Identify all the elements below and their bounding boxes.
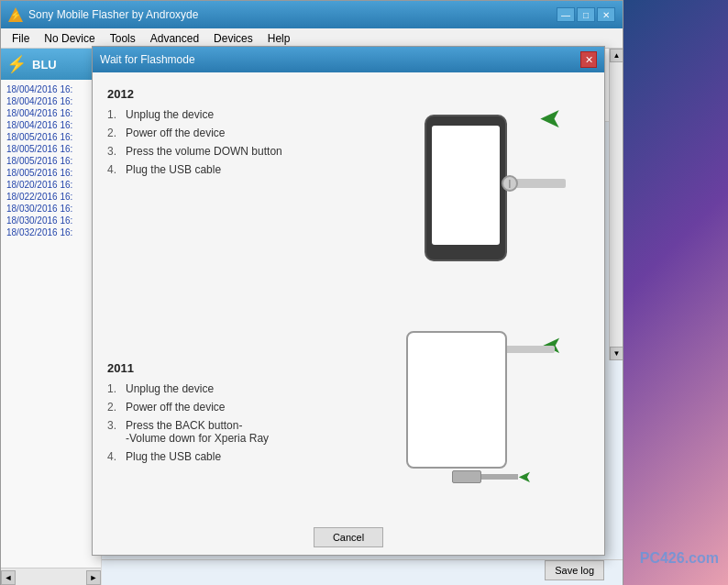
instruction-item: 4. Plug the USB cable bbox=[107, 163, 370, 176]
title-bar: ⚡ Sony Mobile Flasher by Androxyde — □ ✕ bbox=[1, 1, 623, 28]
instruction-item: 4. Plug the USB cable bbox=[107, 450, 370, 463]
log-item: 18/004/2016 16: bbox=[3, 107, 99, 119]
window-controls: — □ ✕ bbox=[557, 7, 615, 22]
arrow-icon: ➤ bbox=[539, 102, 562, 134]
scroll-right-button[interactable]: ► bbox=[86, 570, 101, 585]
device-header: ⚡ BLU bbox=[1, 49, 101, 80]
dialog-title-bar: Wait for Flashmode ✕ bbox=[93, 47, 604, 72]
left-panel: ⚡ BLU 18/004/2016 16: 18/004/2016 16: 18… bbox=[1, 49, 102, 585]
vertical-scrollbar[interactable]: ▲ ▼ bbox=[609, 49, 623, 360]
minimize-button[interactable]: — bbox=[557, 7, 575, 22]
scroll-down-button[interactable]: ▼ bbox=[610, 347, 623, 360]
instruction-item: 3. Press the volume DOWN button bbox=[107, 145, 370, 158]
save-log-button[interactable]: Save log bbox=[545, 560, 604, 580]
menu-advanced[interactable]: Advanced bbox=[143, 30, 206, 47]
menu-file[interactable]: File bbox=[5, 30, 37, 47]
instructions-2011: 1. Unplug the device 2. Power off the de… bbox=[107, 382, 370, 463]
watermark: PC426.com bbox=[640, 550, 719, 567]
app-icon: ⚡ bbox=[8, 7, 23, 22]
log-item: 18/032/2016 16: bbox=[3, 226, 99, 238]
phone-body-outline bbox=[406, 331, 507, 469]
cancel-button[interactable]: Cancel bbox=[314, 527, 383, 547]
log-item: 18/004/2016 16: bbox=[3, 83, 99, 95]
log-item: 18/005/2016 16: bbox=[3, 167, 99, 179]
horizontal-scrollbar[interactable]: ◄ ► bbox=[1, 568, 101, 585]
phone-screen bbox=[432, 126, 500, 245]
scroll-up-button[interactable]: ▲ bbox=[610, 49, 623, 62]
dialog-title: Wait for Flashmode bbox=[100, 53, 580, 66]
usb-bottom-connector: ➤ bbox=[452, 467, 532, 487]
instruction-item: 2. Power off the device bbox=[107, 127, 370, 139]
usb-plug bbox=[452, 470, 481, 483]
menu-tools[interactable]: Tools bbox=[103, 30, 143, 47]
scroll-track bbox=[610, 62, 623, 347]
log-item: 18/004/2016 16: bbox=[3, 119, 99, 131]
log-item: 18/020/2016 16: bbox=[3, 179, 99, 191]
instruction-item: 1. Unplug the device bbox=[107, 108, 370, 121]
log-item: 18/030/2016 16: bbox=[3, 215, 99, 226]
year-2011-label: 2011 bbox=[107, 361, 370, 375]
log-item: 18/005/2016 16: bbox=[3, 143, 99, 155]
menu-help[interactable]: Help bbox=[260, 30, 298, 47]
app-title: Sony Mobile Flasher by Androxyde bbox=[28, 8, 557, 21]
device-label: BLU bbox=[32, 58, 57, 72]
usb-arrow-icon: ➤ bbox=[518, 467, 532, 487]
maximize-button[interactable]: □ bbox=[577, 7, 595, 22]
illustrations-section: ➤ | ➤ bbox=[388, 87, 590, 505]
instructions-2012: 1. Unplug the device 2. Power off the de… bbox=[107, 108, 370, 176]
phone-body bbox=[425, 115, 507, 261]
log-list: 18/004/2016 16: 18/004/2016 16: 18/004/2… bbox=[1, 80, 101, 544]
instruction-item: 3. Press the BACK button--Volume down fo… bbox=[107, 419, 370, 445]
scroll-left-button[interactable]: ◄ bbox=[1, 570, 16, 585]
instructions-section: 2012 1. Unplug the device 2. Power off t… bbox=[107, 87, 370, 505]
wait-for-flashmode-dialog: Wait for Flashmode ✕ 2012 1. Unplug the … bbox=[92, 46, 605, 556]
dialog-content: 2012 1. Unplug the device 2. Power off t… bbox=[93, 72, 604, 520]
log-item: 18/022/2016 16: bbox=[3, 191, 99, 203]
menu-no-device[interactable]: No Device bbox=[37, 30, 102, 47]
log-item: 18/005/2016 16: bbox=[3, 155, 99, 167]
usb-cable bbox=[515, 179, 566, 188]
connector-icon: | bbox=[502, 175, 518, 192]
instruction-item: 1. Unplug the device bbox=[107, 382, 370, 395]
scroll-track bbox=[16, 571, 86, 584]
log-item: 18/004/2016 16: bbox=[3, 95, 99, 107]
device-illustration-2011: ➤ ➤ bbox=[388, 322, 571, 505]
log-item: 18/030/2016 16: bbox=[3, 203, 99, 215]
usb-cable bbox=[481, 474, 518, 480]
dialog-footer: Cancel bbox=[93, 520, 604, 555]
close-button[interactable]: ✕ bbox=[597, 7, 615, 22]
usb-cable-top bbox=[500, 346, 555, 353]
log-item: 18/005/2016 16: bbox=[3, 131, 99, 143]
instruction-item: 2. Power off the device bbox=[107, 401, 370, 414]
device-illustration-2012: ➤ | bbox=[388, 87, 571, 289]
lightning-icon: ⚡ bbox=[6, 54, 27, 74]
menu-devices[interactable]: Devices bbox=[206, 30, 260, 47]
dialog-close-button[interactable]: ✕ bbox=[580, 51, 597, 68]
year-2012-label: 2012 bbox=[107, 87, 370, 101]
